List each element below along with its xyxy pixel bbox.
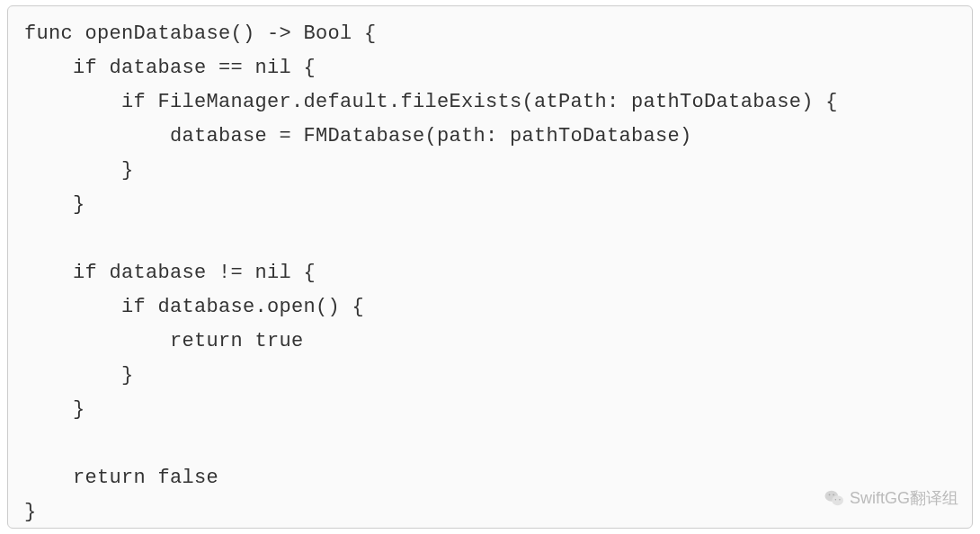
code-container: func openDatabase() -> Bool { if databas… [7, 5, 973, 529]
svg-point-5 [839, 499, 840, 500]
code-block: func openDatabase() -> Bool { if databas… [24, 17, 956, 530]
watermark: SwiftGG翻译组 [824, 487, 958, 509]
svg-point-4 [835, 499, 836, 500]
wechat-icon [824, 489, 844, 507]
svg-point-2 [829, 494, 831, 495]
svg-point-1 [832, 495, 843, 505]
svg-point-3 [833, 494, 834, 495]
watermark-text: SwiftGG翻译组 [850, 487, 958, 509]
